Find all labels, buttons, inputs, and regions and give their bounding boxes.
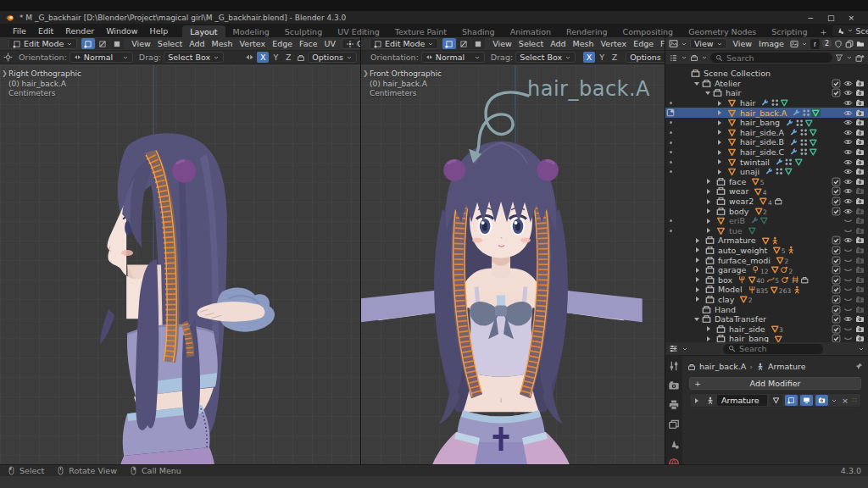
- render-camera-icon[interactable]: [854, 167, 865, 176]
- visibility-eye-icon[interactable]: [843, 177, 854, 186]
- render-camera-disabled-icon[interactable]: [854, 216, 865, 225]
- outliner-row[interactable]: furface_modi: [665, 255, 868, 265]
- outliner-row[interactable]: hair_bang: [665, 334, 868, 342]
- render-camera-icon[interactable]: [854, 334, 865, 342]
- outliner-row[interactable]: hair_side.A: [665, 128, 868, 138]
- render-camera-disabled-icon[interactable]: [854, 275, 865, 285]
- outliner-row[interactable]: wear2: [665, 197, 868, 207]
- mirror-axis-toggle[interactable]: X: [257, 52, 269, 63]
- mirror-axis-toggle[interactable]: X: [583, 52, 595, 63]
- show-render-toggle[interactable]: [815, 395, 828, 406]
- workspace-tab[interactable]: +: [815, 25, 832, 37]
- mirror-axis-toggle[interactable]: Z: [609, 52, 620, 63]
- expand-arrow-icon[interactable]: [715, 128, 726, 137]
- expand-arrow-icon[interactable]: [715, 167, 726, 176]
- expand-arrow-icon[interactable]: [693, 295, 704, 304]
- show-on-cage-toggle[interactable]: [770, 395, 782, 406]
- outliner-row[interactable]: hair_side: [665, 324, 868, 334]
- new-collection-icon[interactable]: [855, 53, 865, 63]
- exclude-checkbox[interactable]: [831, 236, 842, 245]
- show-in-editmode-toggle[interactable]: [785, 395, 798, 406]
- outliner-row[interactable]: hair_back.A: [665, 108, 868, 118]
- viewport-menu-item[interactable]: Mesh: [209, 39, 236, 48]
- edge-select-button[interactable]: [457, 38, 470, 49]
- visibility-eye-icon[interactable]: [843, 128, 854, 137]
- properties-tab[interactable]: [668, 399, 680, 411]
- expand-arrow-icon[interactable]: [704, 324, 715, 334]
- exclude-checkbox[interactable]: [831, 256, 842, 265]
- exclude-checkbox[interactable]: [831, 186, 842, 196]
- viewport-menu-item[interactable]: Select: [515, 39, 547, 48]
- outliner-row[interactable]: hair: [665, 98, 868, 108]
- visibility-eye-icon[interactable]: [843, 186, 854, 196]
- outliner-row[interactable]: clay: [665, 295, 868, 305]
- outliner-row[interactable]: Hand: [665, 304, 868, 314]
- exclude-checkbox[interactable]: [831, 295, 842, 304]
- expand-arrow-icon[interactable]: [704, 197, 715, 206]
- expand-arrow-icon[interactable]: [715, 147, 726, 157]
- outliner-row[interactable]: unaji: [665, 167, 868, 177]
- render-camera-disabled-icon[interactable]: [854, 295, 865, 304]
- exclude-checkbox[interactable]: [831, 275, 842, 285]
- outliner-row[interactable]: body: [665, 206, 868, 216]
- properties-tab[interactable]: [668, 419, 680, 430]
- visibility-eye-icon[interactable]: [843, 98, 854, 108]
- vertex-select-button[interactable]: [442, 38, 456, 49]
- render-camera-disabled-icon[interactable]: [854, 207, 865, 216]
- filter-funnel-icon[interactable]: [835, 53, 843, 62]
- minimize-button[interactable]: −: [807, 14, 814, 22]
- visibility-eye-closed-icon[interactable]: [843, 265, 854, 274]
- outliner-row[interactable]: twintail: [665, 157, 868, 167]
- outliner-row[interactable]: garage: [665, 265, 868, 275]
- visibility-eye-icon[interactable]: [843, 207, 854, 216]
- render-camera-disabled-icon[interactable]: [854, 186, 865, 196]
- outliner-row[interactable]: Scene Collection: [665, 69, 868, 79]
- render-camera-disabled-icon[interactable]: [854, 256, 865, 265]
- face-select-button[interactable]: [110, 38, 124, 49]
- render-camera-icon[interactable]: [854, 108, 865, 118]
- exclude-checkbox[interactable]: [831, 88, 842, 97]
- properties-editor-icon[interactable]: [669, 344, 678, 353]
- expand-arrow-icon[interactable]: [715, 118, 726, 127]
- mode-selector[interactable]: Edit Mode: [370, 38, 438, 49]
- render-camera-icon[interactable]: [854, 79, 865, 88]
- exclude-checkbox[interactable]: [831, 334, 842, 342]
- visibility-eye-icon[interactable]: [843, 167, 854, 176]
- render-camera-icon[interactable]: [854, 177, 865, 186]
- maximize-button[interactable]: □: [827, 14, 835, 22]
- outliner-row[interactable]: auto_weight: [665, 246, 868, 256]
- outliner-row[interactable]: wear: [665, 186, 868, 197]
- vertex-select-button[interactable]: [81, 38, 95, 49]
- viewport-menu-item[interactable]: Vertex: [598, 39, 631, 48]
- outliner-row[interactable]: face: [665, 177, 868, 187]
- render-camera-disabled-icon[interactable]: [854, 285, 865, 294]
- display-mode-icon[interactable]: [690, 53, 698, 62]
- visibility-eye-icon[interactable]: [843, 314, 854, 324]
- snap-target-icon[interactable]: [297, 53, 305, 62]
- image-menu-item[interactable]: Image: [755, 39, 787, 48]
- visibility-eye-closed-icon[interactable]: [843, 305, 854, 314]
- expand-arrow-icon[interactable]: [693, 236, 704, 245]
- workspace-tab[interactable]: Compositing: [615, 25, 682, 37]
- exclude-checkbox[interactable]: [831, 324, 842, 334]
- visibility-eye-closed-icon[interactable]: [843, 216, 854, 225]
- outliner-row[interactable]: hair: [665, 88, 868, 98]
- workspace-tab[interactable]: Scripting: [764, 25, 815, 37]
- toolbar-expand-arrow[interactable]: ❯: [2, 69, 8, 77]
- expand-arrow-icon[interactable]: [704, 177, 715, 186]
- viewport-menu-item[interactable]: UV: [321, 39, 339, 48]
- mirror-axis-toggle[interactable]: Y: [596, 52, 608, 63]
- close-button[interactable]: ×: [848, 14, 854, 22]
- cursor-tool-icon[interactable]: [3, 53, 13, 62]
- outliner-row[interactable]: hair_side.B: [665, 137, 868, 147]
- chevron-down-icon[interactable]: [858, 346, 865, 352]
- menu-item[interactable]: Help: [144, 26, 175, 36]
- expand-arrow-icon[interactable]: [693, 396, 704, 405]
- render-camera-icon[interactable]: [854, 324, 865, 334]
- render-camera-icon[interactable]: [854, 314, 865, 324]
- outliner-row[interactable]: Model: [665, 285, 868, 295]
- expand-arrow-icon[interactable]: [715, 98, 726, 108]
- visibility-eye-icon[interactable]: [843, 79, 854, 88]
- render-camera-disabled-icon[interactable]: [854, 305, 865, 314]
- render-camera-disabled-icon[interactable]: [854, 265, 865, 274]
